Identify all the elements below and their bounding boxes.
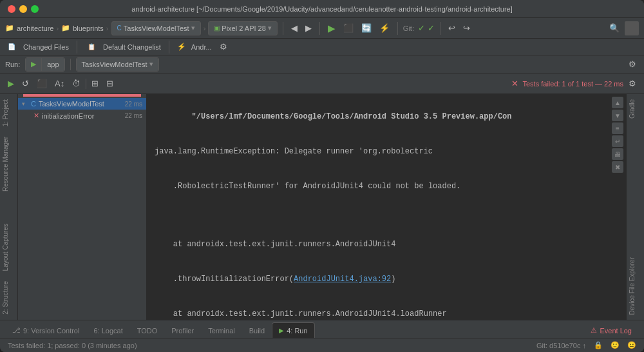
test-toolbar: ▶ ↺ ⬛ A↕ ⏱ ⊞ ⊟ ✕ Tests failed: 1 of 1 te… [0,73,644,94]
wrap-btn[interactable]: ↵ [612,135,623,147]
tab-profiler[interactable]: Profiler [164,322,201,338]
breadcrumb-device-btn[interactable]: ▣ Pixel 2 API 28 ▾ [208,21,278,35]
layout-captures-tab[interactable]: Layout Captures [0,219,17,276]
project-tab[interactable]: 1: Project [0,94,17,132]
android-icon: ⚡ [177,43,186,51]
sync-button[interactable]: 🔄 [359,22,374,34]
scroll-down-btn[interactable]: ▼ [612,110,623,121]
test-config-group: TasksViewModelTest ▾ [76,57,159,72]
toolbar-settings[interactable]: ⚙ [217,41,230,53]
toolbar-sep-3 [397,22,398,35]
search-button[interactable]: 🔍 [607,22,622,34]
face-neutral-icon: 😐 [627,341,636,349]
andr-label: Andr... [191,43,212,51]
git-check-icon: ✓ [418,23,425,33]
traffic-lights [8,5,39,13]
back-btn[interactable]: ◀ [289,22,300,34]
output-content: "/Users/lmf/Documents/Google/Tools/Andro… [147,97,626,320]
undo-button[interactable]: ↩ [446,22,458,34]
changelist-icon[interactable]: 📋 [85,42,98,52]
class-icon: C [117,24,122,32]
gradle-tab[interactable]: Gradle [627,94,644,124]
test-settings-button[interactable]: ⚙ [626,77,639,90]
title-bar: android-architecture [~/Documents/Google… [0,0,644,18]
tab-logcat[interactable]: 6: Logcat [86,322,129,338]
bottom-tabs: ⎇ 9: Version Control 6: Logcat TODO Prof… [0,320,644,338]
tab-todo[interactable]: TODO [130,322,165,338]
tree-item-error[interactable]: ✕ initializationError 22 ms [18,110,146,122]
breadcrumb-sep-1: › [56,24,59,32]
run-app-name[interactable]: app [42,58,64,71]
main-window: android-architecture [~/Documents/Google… [0,0,644,352]
breadcrumb-sep-3: › [204,24,206,32]
redo-button[interactable]: ↪ [460,22,473,34]
expand-all-button[interactable]: ⊟ [104,77,116,90]
tab-build[interactable]: Build [242,322,272,338]
expand-button[interactable]: ⊞ [89,77,101,90]
tab-run[interactable]: ▶ 4: Run [272,322,314,338]
run-label: Run: [5,61,20,68]
close-button[interactable] [8,5,15,13]
maximize-button[interactable] [31,5,39,13]
breadcrumb-blueprints[interactable]: blueprints [73,24,104,32]
structure-tab[interactable]: 2: Structure [0,276,17,320]
rerun-failed-button[interactable]: ↺ [19,77,32,90]
test-tb-sep1 [86,79,86,89]
output-line-1: java.lang.RuntimeException: Delegate run… [155,147,433,156]
test-fail-icon: ✕ [511,79,518,88]
left-vertical-tabs: 1: Project Resource Manager Layout Captu… [0,94,18,320]
tab-event-log[interactable]: ⚠ Event Log [583,322,639,338]
test-config-name[interactable]: TasksViewModelTest ▾ [77,58,158,71]
error-tree-icon: ✕ [33,112,39,120]
device-file-explorer-tab[interactable]: Device File Explorer [627,252,644,320]
default-changelist-label: Default Changelist [103,43,161,51]
print-btn[interactable]: 🖶 [612,148,623,160]
status-bar: Tests failed: 1; passed: 0 (3 minutes ag… [0,338,644,352]
scroll-to-end-btn[interactable]: ≡ [612,122,623,134]
scroll-controls: ▲ ▼ ≡ ↵ 🖶 ✖ [609,94,626,175]
stop-button[interactable]: ⬛ [341,22,356,34]
output-line-3: at androidx.test.ext.junit.runners.Andro… [155,240,395,249]
sort-alpha-button[interactable]: A↕ [52,77,67,90]
tab-terminal[interactable]: Terminal [201,322,242,338]
class-tree-icon: C [31,100,36,108]
breadcrumb-class-btn[interactable]: C TasksViewModelTest ▾ [111,21,201,35]
toolbar-sep-4 [440,22,440,35]
output-path-line: "/Users/lmf/Documents/Google/Tools/Andro… [192,112,512,121]
minimize-button[interactable] [19,5,27,13]
run-settings[interactable]: ⚙ [626,58,639,70]
second-toolbar: 📄 Changed Files 📋 Default Changelist ⚡ A… [0,39,644,55]
run-button[interactable]: ▶ [325,21,338,35]
scroll-up-btn[interactable]: ▲ [612,97,623,108]
run-sep [70,59,71,70]
run-config-icon-btn[interactable]: ▶ [26,58,42,71]
output-line-5: at androidx.test.ext.junit.runners.Andro… [155,309,447,318]
output-line-2: .RobolectricTestRunner' for AndroidJUnit… [155,182,460,191]
event-log-label: Event Log [600,327,632,335]
link-1[interactable]: AndroidJUnit4.java:92 [294,275,391,284]
changed-files-label: Changed Files [23,43,69,51]
breadcrumb-architecture[interactable]: architecture [17,24,53,32]
tab-version-control[interactable]: ⎇ 9: Version Control [5,322,86,338]
output-line-4: .throwInitializationError(AndroidJUnit4.… [155,275,395,284]
coverage-button[interactable]: ⚡ [377,22,392,34]
forward-btn[interactable]: ▶ [303,22,314,34]
expand-icon: ▾ [22,101,28,107]
folder-icon-1: 📁 [5,24,14,32]
toolbar-sep-1 [283,22,283,35]
tree-item-viewmodel[interactable]: ▾ C TasksViewModelTest 22 ms [18,98,146,110]
status-text: Tests failed: 1; passed: 0 (3 minutes ag… [8,342,536,349]
sort-duration-button[interactable]: ⏱ [70,77,83,90]
run-config-group: ▶ app [25,57,64,72]
clear-btn[interactable]: ✖ [612,161,623,173]
sep-mid [77,41,77,54]
output-panel[interactable]: ▲ ▼ ≡ ↵ 🖶 ✖ "/Users/lmf/Documents/Google… [147,94,626,320]
profile-avatar[interactable] [625,21,639,35]
resource-manager-tab[interactable]: Resource Manager [0,132,17,197]
right-vertical-tabs: Gradle Device File Explorer [626,94,644,320]
tree-label-viewmodel: TasksViewModelTest [39,100,122,108]
stop-test-button[interactable]: ⬛ [34,77,50,90]
rerun-button[interactable]: ▶ [5,77,17,90]
toolbar-sep-2 [319,22,320,35]
changed-files-icon[interactable]: 📄 [5,42,18,52]
